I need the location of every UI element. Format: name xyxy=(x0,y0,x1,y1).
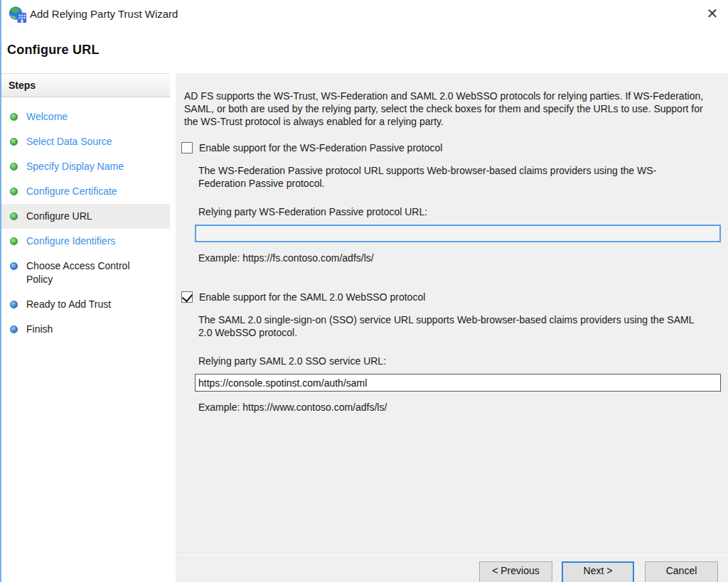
next-button[interactable]: Next > xyxy=(562,561,634,582)
step-pending-dot-icon xyxy=(10,301,18,308)
saml-url-label: Relying party SAML 2.0 SSO service URL: xyxy=(198,355,721,367)
close-icon[interactable]: ✕ xyxy=(700,3,725,24)
step-complete-dot-icon xyxy=(10,138,18,146)
step-label: Configure URL xyxy=(26,210,92,223)
adfs-wizard-icon xyxy=(9,6,27,23)
window-title: Add Relying Party Trust Wizard xyxy=(30,8,178,20)
saml-description: The SAML 2.0 single-sign-on (SSO) servic… xyxy=(198,313,700,339)
step-label: Finish xyxy=(26,323,53,336)
wizard-content: Steps WelcomeSelect Data SourceSpecify D… xyxy=(1,73,728,582)
saml-section: The SAML 2.0 single-sign-on (SSO) servic… xyxy=(198,313,721,367)
step-label: Specify Display Name xyxy=(26,160,124,173)
step-label: Choose Access Control Policy xyxy=(26,259,147,286)
saml-checkbox-row: Enable support for the SAML 2.0 WebSSO p… xyxy=(181,291,721,303)
cancel-button[interactable]: Cancel xyxy=(645,561,718,582)
step-complete-dot-icon xyxy=(10,188,18,195)
wsfed-url-input[interactable] xyxy=(195,225,721,242)
wsfed-checkbox-label[interactable]: Enable support for the WS-Federation Pas… xyxy=(199,141,442,154)
sidebar-step-select-data-source[interactable]: Select Data Source xyxy=(1,129,170,154)
intro-text: AD FS supports the WS-Trust, WS-Federati… xyxy=(184,90,710,128)
step-label: Welcome xyxy=(26,110,68,124)
sidebar-step-finish: Finish xyxy=(1,317,170,342)
previous-button[interactable]: < Previous xyxy=(479,561,552,582)
sidebar-step-configure-url: Configure URL xyxy=(1,204,170,229)
step-complete-dot-icon xyxy=(10,113,18,121)
step-complete-dot-icon xyxy=(10,237,18,245)
step-label: Configure Certificate xyxy=(26,185,117,198)
step-label: Configure Identifiers xyxy=(26,235,115,248)
footer-divider xyxy=(176,553,728,554)
step-label: Select Data Source xyxy=(26,135,112,149)
sidebar-step-configure-identifiers[interactable]: Configure Identifiers xyxy=(1,229,170,254)
wsfed-description: The WS-Federation Passive protocol URL s… xyxy=(198,164,700,190)
saml-enable-checkbox[interactable] xyxy=(181,291,193,303)
wsfed-checkbox-row: Enable support for the WS-Federation Pas… xyxy=(181,141,721,154)
sidebar-step-configure-certificate[interactable]: Configure Certificate xyxy=(1,179,170,204)
configure-url-panel: AD FS supports the WS-Trust, WS-Federati… xyxy=(176,73,728,582)
wsfed-enable-checkbox[interactable] xyxy=(181,142,193,153)
step-pending-dot-icon xyxy=(10,325,18,333)
step-complete-dot-icon xyxy=(10,212,18,220)
step-pending-dot-icon xyxy=(10,262,18,270)
sidebar-step-welcome[interactable]: Welcome xyxy=(1,104,170,129)
step-label: Ready to Add Trust xyxy=(26,298,111,311)
wsfed-section: The WS-Federation Passive protocol URL s… xyxy=(198,164,721,218)
title-bar: Add Relying Party Trust Wizard ✕ xyxy=(1,0,728,28)
sidebar-step-specify-display-name[interactable]: Specify Display Name xyxy=(1,154,170,179)
saml-checkbox-label[interactable]: Enable support for the SAML 2.0 WebSSO p… xyxy=(199,291,425,303)
sidebar-step-ready-to-add-trust: Ready to Add Trust xyxy=(1,292,170,317)
steps-list: WelcomeSelect Data SourceSpecify Display… xyxy=(1,97,170,342)
step-complete-dot-icon xyxy=(10,163,18,171)
saml-example-text: Example: https://www.contoso.com/adfs/ls… xyxy=(198,401,721,414)
sidebar-step-choose-access-control-policy: Choose Access Control Policy xyxy=(1,254,170,292)
saml-url-input[interactable] xyxy=(195,374,721,392)
wizard-window: Add Relying Party Trust Wizard ✕ Configu… xyxy=(0,0,728,582)
steps-header: Steps xyxy=(1,73,170,97)
page-title: Configure URL xyxy=(7,43,100,58)
wsfed-example-text: Example: https://fs.contoso.com/adfs/ls/ xyxy=(198,252,721,264)
wsfed-url-label: Relying party WS-Federation Passive prot… xyxy=(198,205,721,218)
steps-sidebar: Steps WelcomeSelect Data SourceSpecify D… xyxy=(1,73,170,582)
